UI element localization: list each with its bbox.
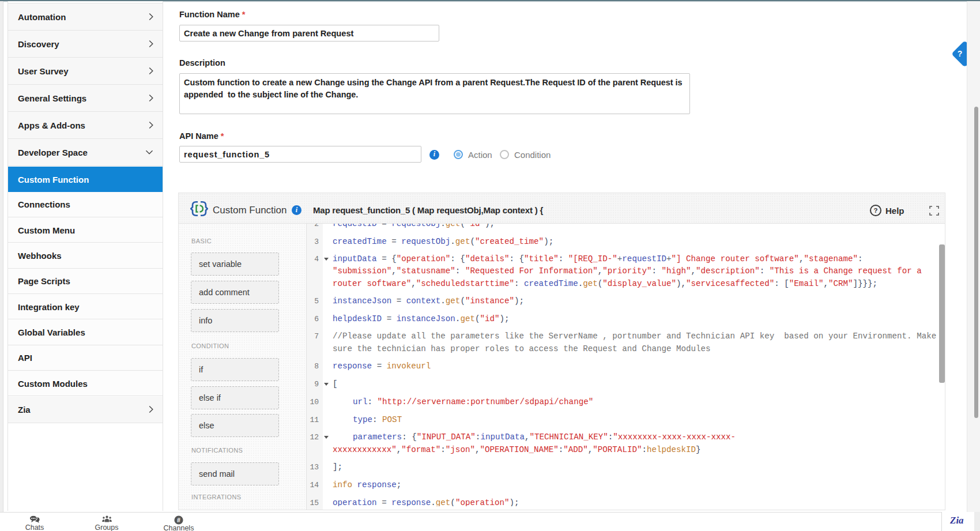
svg-text:#: # — [177, 517, 180, 524]
